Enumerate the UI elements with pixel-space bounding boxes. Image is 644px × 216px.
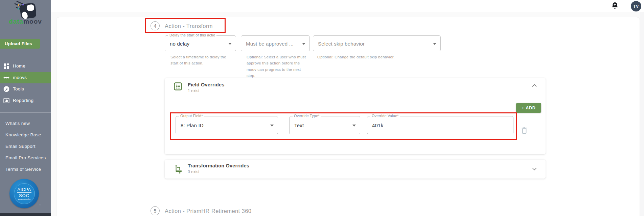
link-email-pro-services[interactable]: Email Pro Services [5, 155, 46, 160]
aicpa-soc-badge: AICPA SOC aicpa.org/soc4so ™ [9, 179, 39, 208]
add-override-button[interactable]: + ADD [516, 103, 541, 113]
override-type-value: Text [294, 123, 304, 128]
user-avatar[interactable]: TV [631, 1, 641, 11]
app-window: datamoov Upload Files Home moovs Tools [0, 0, 644, 216]
step4-number-circle: 4 [151, 21, 160, 30]
sidebar-divider [0, 112, 51, 113]
step5-title: Action - PrismHR Retirement 360 [165, 208, 251, 214]
output-field-value: 8: Plan ID [181, 123, 204, 128]
override-type-label: Override Type* [293, 114, 321, 118]
sidebar-item-label: Reporting [13, 98, 33, 103]
step5-number-circle: 5 [151, 206, 160, 215]
chevron-down-icon [228, 43, 232, 45]
override-value-input[interactable]: Override Value* 401k [367, 116, 513, 134]
skip-behavior-placeholder: Select skip behavior [318, 40, 365, 46]
notifications-bell-icon[interactable] [611, 2, 619, 11]
home-dashboard-icon [3, 63, 9, 69]
badge-url-label: aicpa.org/soc4so [18, 198, 30, 200]
brand-wordmark: datamoov [0, 18, 51, 25]
moovs-dots-icon [3, 75, 9, 81]
delay-select-value: no delay [170, 40, 189, 46]
step5-number: 5 [154, 208, 157, 214]
sidebar-item-label: Tools [13, 86, 24, 91]
link-knowledge-base[interactable]: Knowledge Base [5, 132, 41, 137]
skip-helper-text: Optional: Change the default skip behavi… [317, 54, 459, 60]
badge-trademark: ™ [39, 204, 41, 206]
approver-select-placeholder: Must be approved ... [246, 40, 294, 46]
output-field-label: Output Field* [179, 114, 204, 118]
aicpa-soc-badge-inner: AICPA SOC aicpa.org/soc4so [14, 183, 35, 204]
sidebar-item-reporting[interactable]: Reporting [0, 95, 51, 106]
link-email-support[interactable]: Email Support [5, 144, 36, 149]
delete-override-trash-icon[interactable] [521, 127, 528, 134]
badge-soc-label: SOC [17, 192, 31, 198]
chevron-down-icon [352, 125, 356, 127]
sidebar-item-home[interactable]: Home [0, 60, 51, 72]
transformation-overrides-title: Transformation Overrides [188, 163, 249, 168]
delay-select-label: Delay the start of this actio [168, 33, 216, 37]
upload-files-button[interactable]: Upload Files [0, 39, 40, 49]
brand-logo-icon [7, 1, 44, 20]
scrollbar-track[interactable] [640, 12, 644, 216]
field-overrides-title: Field Overrides [188, 82, 225, 87]
chevron-down-icon [433, 43, 436, 45]
collapse-chevron-up-icon[interactable] [532, 84, 537, 87]
sidebar: datamoov Upload Files Home moovs Tools [0, 0, 51, 216]
sidebar-item-tools[interactable]: Tools [0, 83, 51, 95]
link-whats-new[interactable]: What's new [5, 121, 30, 126]
transformation-overrides-count: 0 exist [188, 169, 200, 174]
transformation-overrides-transform-icon [174, 165, 182, 173]
delay-select[interactable]: Delay the start of this actio no delay [165, 35, 236, 51]
sidebar-item-moovs[interactable]: moovs [0, 72, 51, 83]
tools-wrench-icon [3, 86, 9, 92]
badge-aicpa-label: AICPA [17, 187, 31, 192]
skip-behavior-select[interactable]: Select skip behavior [313, 35, 441, 51]
output-field-select[interactable]: Output Field* 8: Plan ID [176, 116, 278, 134]
brand-name-secondary: moov [23, 18, 42, 25]
approver-helper-text: Optional: Select a user who must approve… [247, 54, 307, 79]
sidebar-footer-strip [0, 213, 51, 216]
field-overrides-list-icon [174, 82, 182, 91]
brand-name-primary: data [9, 18, 23, 25]
expand-chevron-down-icon[interactable] [532, 167, 537, 170]
override-value-label: Override Value* [370, 114, 400, 118]
override-value-text: 401k [372, 123, 383, 128]
approver-select[interactable]: Must be approved ... [241, 35, 310, 51]
chevron-down-icon [302, 43, 305, 45]
sidebar-item-label: Home [13, 63, 25, 69]
delay-helper-text: Select a timeframe to delay the start of… [170, 54, 229, 66]
chevron-down-icon [270, 125, 274, 127]
transformation-overrides-card: Transformation Overrides 0 exist [165, 160, 546, 179]
link-terms-of-service[interactable]: Terms of Service [5, 167, 41, 172]
field-overrides-count: 1 exist [188, 88, 200, 93]
step4-title: Action - Transform [165, 23, 213, 29]
step4-number: 4 [154, 23, 157, 29]
override-type-select[interactable]: Override Type* Text [289, 116, 360, 134]
reporting-chart-icon [3, 98, 9, 104]
topbar [51, 0, 644, 12]
sidebar-item-label: moovs [13, 75, 27, 80]
